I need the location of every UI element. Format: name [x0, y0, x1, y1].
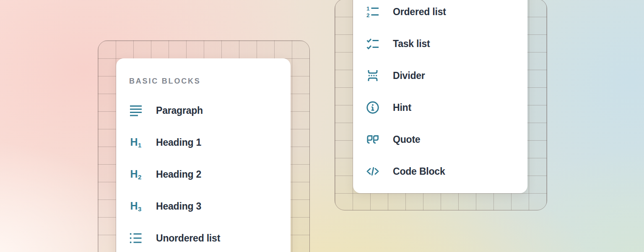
menu-item-divider[interactable]: Divider	[366, 66, 519, 85]
basic-blocks-item-list: ParagraphH1Heading 1H2Heading 2H3Heading…	[129, 101, 282, 247]
ordered-list-icon: 1 2	[366, 5, 379, 18]
menu-item-ordered-list[interactable]: 1 2 Ordered list	[366, 3, 519, 21]
menu-item-label: Ordered list	[393, 6, 446, 18]
menu-item-heading-1[interactable]: H1Heading 1	[129, 133, 282, 152]
more-blocks-item-list: 1 2 Ordered list Task list Divider Hint …	[366, 3, 519, 181]
menu-item-label: Heading 1	[156, 137, 201, 148]
paragraph-icon	[129, 104, 143, 117]
menu-item-label: Heading 3	[156, 201, 201, 212]
menu-item-heading-2[interactable]: H2Heading 2	[129, 165, 282, 184]
menu-item-paragraph[interactable]: Paragraph	[129, 101, 282, 120]
divider-icon	[366, 69, 379, 82]
menu-item-task-list[interactable]: Task list	[366, 34, 519, 53]
heading-1-icon: H1	[129, 136, 143, 149]
more-blocks-menu-panel: 1 2 Ordered list Task list Divider Hint …	[353, 0, 527, 193]
code-block-icon	[366, 165, 379, 178]
section-label-basic-blocks: BASIC BLOCKS	[129, 77, 282, 85]
menu-item-label: Paragraph	[156, 105, 203, 116]
svg-text:2: 2	[366, 12, 370, 18]
menu-item-label: Heading 2	[156, 169, 201, 180]
menu-item-label: Quote	[393, 134, 420, 145]
heading-2-icon: H2	[129, 168, 143, 181]
menu-item-quote[interactable]: Quote	[366, 130, 519, 149]
menu-item-hint[interactable]: Hint	[366, 98, 519, 117]
hint-icon	[366, 101, 379, 114]
quote-icon	[366, 133, 379, 146]
menu-item-label: Hint	[393, 102, 411, 113]
menu-item-code-block[interactable]: Code Block	[366, 162, 519, 181]
svg-text:1: 1	[366, 5, 370, 12]
marketing-screenshot-stage: BASIC BLOCKS ParagraphH1Heading 1H2Headi…	[0, 0, 644, 252]
menu-item-label: Divider	[393, 70, 425, 81]
task-list-icon	[366, 37, 379, 50]
unordered-list-icon	[129, 231, 143, 245]
basic-blocks-menu-panel: BASIC BLOCKS ParagraphH1Heading 1H2Headi…	[116, 58, 291, 252]
heading-3-icon: H3	[129, 200, 143, 213]
menu-item-heading-3[interactable]: H3Heading 3	[129, 197, 282, 215]
menu-item-label: Unordered list	[156, 233, 220, 244]
menu-item-label: Task list	[393, 38, 430, 50]
menu-item-unordered-list[interactable]: Unordered list	[129, 229, 282, 247]
menu-item-label: Code Block	[393, 166, 445, 177]
